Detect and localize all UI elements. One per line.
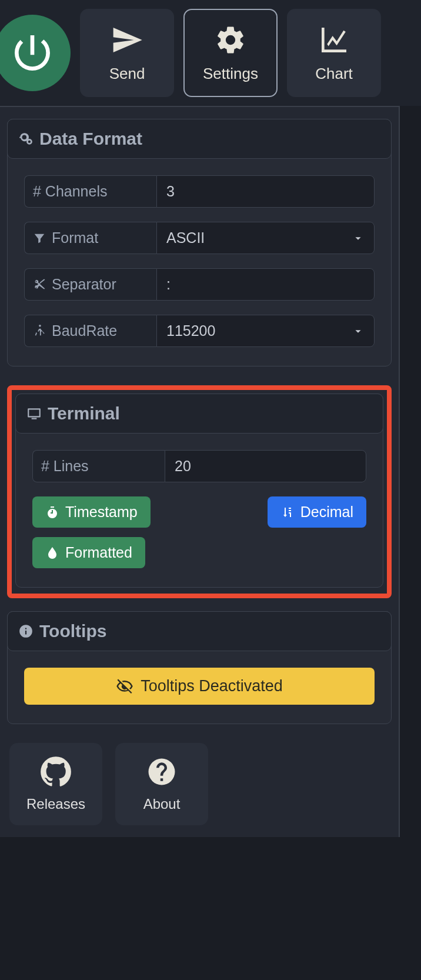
tooltips-card: Tooltips Tooltips Deactivated — [7, 611, 392, 724]
channels-input[interactable]: 3 — [156, 175, 375, 208]
info-icon — [18, 624, 34, 639]
data-format-header: Data Format — [7, 119, 392, 159]
separator-input[interactable]: : — [156, 268, 375, 301]
channels-row: # Channels 3 — [24, 175, 375, 208]
lines-row: # Lines 20 — [32, 450, 366, 482]
nav-settings-label: Settings — [203, 65, 258, 83]
timestamp-button[interactable]: Timestamp — [32, 496, 151, 528]
terminal-header: Terminal — [15, 394, 383, 434]
data-format-title: Data Format — [39, 129, 142, 149]
nav-chart[interactable]: Chart — [287, 9, 381, 97]
channels-label: # Channels — [24, 175, 156, 208]
tooltips-header: Tooltips — [7, 611, 392, 651]
releases-button[interactable]: Releases — [9, 743, 102, 825]
about-label: About — [143, 796, 181, 812]
gears-icon — [18, 131, 34, 146]
power-icon — [9, 29, 56, 76]
terminal-buttons-row2: Formatted — [32, 537, 366, 568]
terminal-highlight: Terminal # Lines 20 Timestamp — [7, 385, 392, 598]
app-logo — [0, 15, 71, 91]
formatted-button[interactable]: Formatted — [32, 537, 145, 568]
monitor-icon — [26, 406, 42, 421]
decimal-button[interactable]: Decimal — [268, 496, 366, 528]
releases-label: Releases — [26, 796, 85, 812]
github-icon — [40, 756, 72, 788]
format-select[interactable]: ASCII — [156, 222, 375, 254]
separator-label: Separator — [24, 268, 156, 301]
top-nav: Send Settings Chart — [0, 0, 421, 106]
baud-select[interactable]: 115200 — [156, 315, 375, 347]
baud-label: BaudRate — [24, 315, 156, 347]
question-icon — [146, 756, 178, 788]
nav-send[interactable]: Send — [80, 9, 174, 97]
format-row: Format ASCII — [24, 222, 375, 254]
chart-icon — [318, 24, 350, 56]
running-icon — [33, 325, 46, 338]
tooltips-toggle-button[interactable]: Tooltips Deactivated — [24, 668, 375, 705]
terminal-buttons-row1: Timestamp Decimal — [32, 496, 366, 528]
eye-off-icon — [116, 678, 133, 695]
nav-chart-label: Chart — [315, 65, 353, 83]
settings-content: Data Format # Channels 3 Format ASCII — [0, 106, 400, 837]
gear-icon — [214, 24, 247, 56]
nav-send-label: Send — [109, 65, 145, 83]
drop-icon — [45, 546, 59, 560]
send-icon — [111, 24, 143, 56]
chevron-down-icon — [352, 325, 365, 338]
terminal-title: Terminal — [48, 404, 120, 424]
filter-icon — [33, 232, 46, 245]
sort-numeric-icon — [280, 505, 295, 519]
baud-row: BaudRate 115200 — [24, 315, 375, 347]
footer-nav: Releases About — [7, 743, 392, 825]
stopwatch-icon — [45, 505, 59, 519]
format-label: Format — [24, 222, 156, 254]
scissors-icon — [33, 278, 46, 291]
tooltips-title: Tooltips — [39, 621, 106, 641]
data-format-card: Data Format # Channels 3 Format ASCII — [7, 119, 392, 366]
separator-row: Separator : — [24, 268, 375, 301]
terminal-card: Terminal # Lines 20 Timestamp — [15, 394, 383, 588]
lines-label: # Lines — [32, 450, 165, 482]
about-button[interactable]: About — [115, 743, 208, 825]
chevron-down-icon — [352, 232, 365, 245]
lines-input[interactable]: 20 — [165, 450, 366, 482]
nav-settings[interactable]: Settings — [183, 9, 278, 97]
